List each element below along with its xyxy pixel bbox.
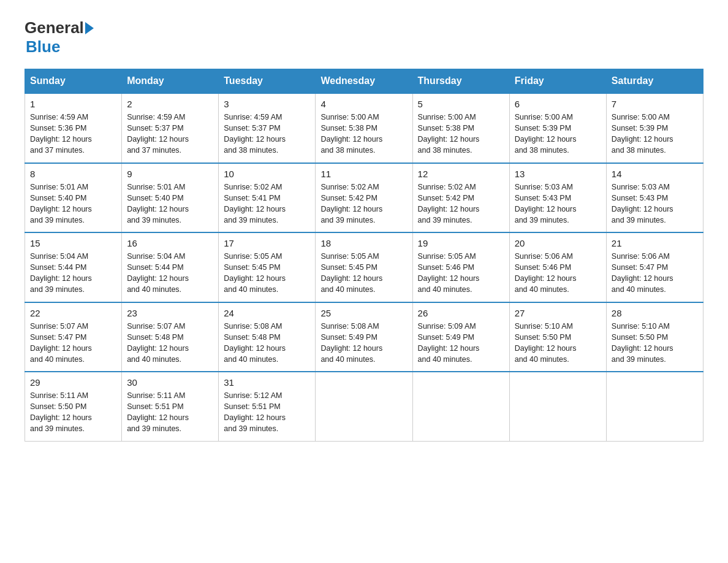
- day-number: 6: [515, 99, 601, 109]
- day-info: Sunrise: 5:04 AM Sunset: 5:44 PM Dayligh…: [127, 251, 213, 296]
- calendar-cell: 9Sunrise: 5:01 AM Sunset: 5:40 PM Daylig…: [122, 163, 219, 233]
- calendar-cell: 22Sunrise: 5:07 AM Sunset: 5:47 PM Dayli…: [25, 302, 122, 372]
- day-number: 31: [224, 377, 310, 388]
- day-number: 14: [612, 169, 698, 179]
- calendar-cell: [509, 372, 606, 441]
- calendar-week-4: 22Sunrise: 5:07 AM Sunset: 5:47 PM Dayli…: [25, 302, 703, 372]
- day-number: 30: [127, 377, 213, 388]
- calendar-cell: [412, 372, 509, 441]
- calendar-cell: [316, 372, 412, 441]
- day-number: 7: [612, 99, 698, 109]
- day-number: 16: [127, 238, 213, 248]
- weekday-header-wednesday: Wednesday: [316, 69, 412, 94]
- calendar-cell: 28Sunrise: 5:10 AM Sunset: 5:50 PM Dayli…: [606, 302, 703, 372]
- day-info: Sunrise: 5:02 AM Sunset: 5:42 PM Dayligh…: [418, 182, 504, 226]
- calendar-cell: 23Sunrise: 5:07 AM Sunset: 5:48 PM Dayli…: [122, 302, 219, 372]
- calendar-cell: 18Sunrise: 5:05 AM Sunset: 5:45 PM Dayli…: [316, 232, 412, 302]
- calendar-cell: 24Sunrise: 5:08 AM Sunset: 5:48 PM Dayli…: [219, 302, 316, 372]
- day-number: 9: [127, 169, 213, 179]
- day-number: 17: [224, 238, 310, 248]
- header: General Blue: [25, 18, 703, 56]
- calendar-week-3: 15Sunrise: 5:04 AM Sunset: 5:44 PM Dayli…: [25, 232, 703, 302]
- calendar-cell: 21Sunrise: 5:06 AM Sunset: 5:47 PM Dayli…: [606, 232, 703, 302]
- calendar-cell: 6Sunrise: 5:00 AM Sunset: 5:39 PM Daylig…: [509, 93, 606, 163]
- calendar-cell: 14Sunrise: 5:03 AM Sunset: 5:43 PM Dayli…: [606, 163, 703, 233]
- calendar-cell: 16Sunrise: 5:04 AM Sunset: 5:44 PM Dayli…: [122, 232, 219, 302]
- calendar-cell: 29Sunrise: 5:11 AM Sunset: 5:50 PM Dayli…: [25, 372, 122, 441]
- calendar-cell: 2Sunrise: 4:59 AM Sunset: 5:37 PM Daylig…: [122, 93, 219, 163]
- day-info: Sunrise: 5:12 AM Sunset: 5:51 PM Dayligh…: [224, 390, 310, 435]
- day-number: 26: [418, 308, 504, 318]
- day-info: Sunrise: 5:10 AM Sunset: 5:50 PM Dayligh…: [515, 321, 601, 366]
- day-info: Sunrise: 5:05 AM Sunset: 5:46 PM Dayligh…: [418, 251, 504, 296]
- day-number: 29: [30, 377, 116, 388]
- calendar-cell: 26Sunrise: 5:09 AM Sunset: 5:49 PM Dayli…: [412, 302, 509, 372]
- calendar-cell: 17Sunrise: 5:05 AM Sunset: 5:45 PM Dayli…: [219, 232, 316, 302]
- day-info: Sunrise: 5:11 AM Sunset: 5:51 PM Dayligh…: [127, 390, 213, 435]
- logo-blue-text: Blue: [26, 37, 60, 56]
- day-info: Sunrise: 5:02 AM Sunset: 5:41 PM Dayligh…: [224, 182, 310, 226]
- day-number: 25: [320, 308, 407, 318]
- day-info: Sunrise: 5:02 AM Sunset: 5:42 PM Dayligh…: [320, 182, 407, 226]
- weekday-header-monday: Monday: [122, 69, 219, 94]
- calendar-cell: 13Sunrise: 5:03 AM Sunset: 5:43 PM Dayli…: [509, 163, 606, 233]
- weekday-header-thursday: Thursday: [412, 69, 509, 94]
- calendar-cell: 10Sunrise: 5:02 AM Sunset: 5:41 PM Dayli…: [219, 163, 316, 233]
- calendar-cell: [606, 372, 703, 441]
- day-number: 28: [612, 308, 698, 318]
- calendar-cell: 4Sunrise: 5:00 AM Sunset: 5:38 PM Daylig…: [316, 93, 412, 163]
- weekday-header-saturday: Saturday: [606, 69, 703, 94]
- day-number: 11: [320, 169, 407, 179]
- day-info: Sunrise: 5:07 AM Sunset: 5:47 PM Dayligh…: [30, 321, 116, 366]
- day-info: Sunrise: 5:05 AM Sunset: 5:45 PM Dayligh…: [320, 251, 407, 296]
- day-info: Sunrise: 5:00 AM Sunset: 5:38 PM Dayligh…: [418, 112, 504, 156]
- calendar-table: SundayMondayTuesdayWednesdayThursdayFrid…: [25, 69, 703, 442]
- calendar-cell: 15Sunrise: 5:04 AM Sunset: 5:44 PM Dayli…: [25, 232, 122, 302]
- day-info: Sunrise: 5:03 AM Sunset: 5:43 PM Dayligh…: [612, 182, 698, 226]
- calendar-header: SundayMondayTuesdayWednesdayThursdayFrid…: [25, 69, 703, 94]
- logo-arrow-icon: [85, 22, 94, 34]
- weekday-header-tuesday: Tuesday: [219, 69, 316, 94]
- day-number: 22: [30, 308, 116, 318]
- day-number: 4: [320, 99, 407, 109]
- day-number: 8: [30, 169, 116, 179]
- weekday-header-friday: Friday: [509, 69, 606, 94]
- day-number: 1: [30, 99, 116, 109]
- day-number: 13: [515, 169, 601, 179]
- day-info: Sunrise: 5:09 AM Sunset: 5:49 PM Dayligh…: [418, 321, 504, 366]
- day-info: Sunrise: 5:10 AM Sunset: 5:50 PM Dayligh…: [612, 321, 698, 366]
- day-info: Sunrise: 5:04 AM Sunset: 5:44 PM Dayligh…: [30, 251, 116, 296]
- day-number: 20: [515, 238, 601, 248]
- day-info: Sunrise: 4:59 AM Sunset: 5:37 PM Dayligh…: [127, 112, 213, 156]
- calendar-cell: 11Sunrise: 5:02 AM Sunset: 5:42 PM Dayli…: [316, 163, 412, 233]
- day-info: Sunrise: 5:05 AM Sunset: 5:45 PM Dayligh…: [224, 251, 310, 296]
- day-number: 19: [418, 238, 504, 248]
- day-number: 24: [224, 308, 310, 318]
- day-number: 21: [612, 238, 698, 248]
- calendar-week-1: 1Sunrise: 4:59 AM Sunset: 5:36 PM Daylig…: [25, 93, 703, 163]
- day-info: Sunrise: 5:08 AM Sunset: 5:48 PM Dayligh…: [224, 321, 310, 366]
- day-info: Sunrise: 5:07 AM Sunset: 5:48 PM Dayligh…: [127, 321, 213, 366]
- day-number: 15: [30, 238, 116, 248]
- calendar-cell: 3Sunrise: 4:59 AM Sunset: 5:37 PM Daylig…: [219, 93, 316, 163]
- day-info: Sunrise: 5:11 AM Sunset: 5:50 PM Dayligh…: [30, 390, 116, 435]
- day-info: Sunrise: 5:00 AM Sunset: 5:39 PM Dayligh…: [612, 112, 698, 156]
- day-info: Sunrise: 5:00 AM Sunset: 5:38 PM Dayligh…: [320, 112, 407, 156]
- calendar-cell: 31Sunrise: 5:12 AM Sunset: 5:51 PM Dayli…: [219, 372, 316, 441]
- calendar-body: 1Sunrise: 4:59 AM Sunset: 5:36 PM Daylig…: [25, 93, 703, 441]
- logo: General Blue: [25, 18, 95, 56]
- calendar-week-5: 29Sunrise: 5:11 AM Sunset: 5:50 PM Dayli…: [25, 372, 703, 441]
- day-number: 12: [418, 169, 504, 179]
- day-number: 23: [127, 308, 213, 318]
- calendar-cell: 27Sunrise: 5:10 AM Sunset: 5:50 PM Dayli…: [509, 302, 606, 372]
- day-info: Sunrise: 5:08 AM Sunset: 5:49 PM Dayligh…: [320, 321, 407, 366]
- day-number: 27: [515, 308, 601, 318]
- weekday-header-sunday: Sunday: [25, 69, 122, 94]
- day-number: 5: [418, 99, 504, 109]
- day-info: Sunrise: 4:59 AM Sunset: 5:37 PM Dayligh…: [224, 112, 310, 156]
- calendar-cell: 5Sunrise: 5:00 AM Sunset: 5:38 PM Daylig…: [412, 93, 509, 163]
- calendar-cell: 12Sunrise: 5:02 AM Sunset: 5:42 PM Dayli…: [412, 163, 509, 233]
- day-info: Sunrise: 5:01 AM Sunset: 5:40 PM Dayligh…: [30, 182, 116, 226]
- day-info: Sunrise: 5:01 AM Sunset: 5:40 PM Dayligh…: [127, 182, 213, 226]
- calendar-week-2: 8Sunrise: 5:01 AM Sunset: 5:40 PM Daylig…: [25, 163, 703, 233]
